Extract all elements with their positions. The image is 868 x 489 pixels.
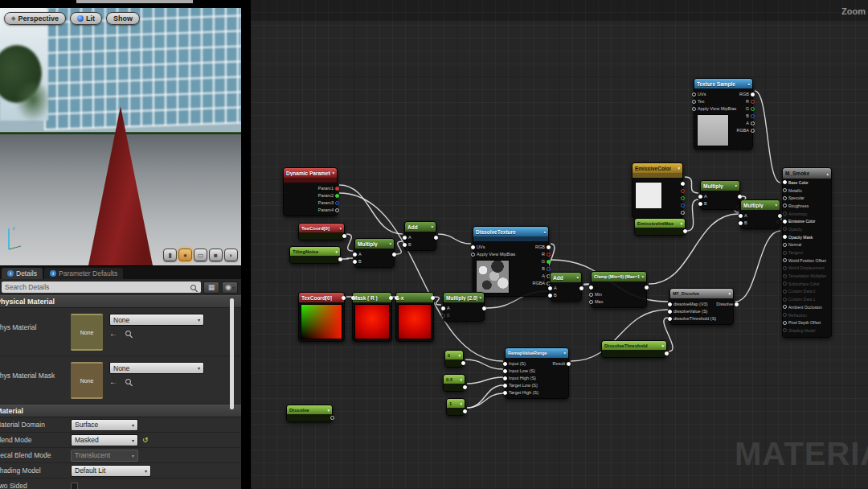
- input-pin[interactable]: [589, 284, 603, 290]
- multiply-1-node[interactable]: Multiply▾AB: [354, 238, 395, 268]
- texcoord-0-b-header[interactable]: TexCoord[0]▾: [299, 293, 344, 302]
- output-pin[interactable]: [579, 286, 583, 290]
- input-dissolvevalue-s[interactable]: dissolveValue (S): [668, 308, 716, 314]
- output-g[interactable]: G: [532, 258, 551, 265]
- input-pin[interactable]: [589, 293, 593, 297]
- output-pin[interactable]: [681, 203, 685, 208]
- input-target-high-s[interactable]: Target High (S): [503, 389, 538, 396]
- multiply-2-header[interactable]: Multiply (2.0)▾: [444, 293, 484, 302]
- one-minus-x-header[interactable]: 1-x▾: [396, 293, 433, 302]
- material-pin-row-specular[interactable]: Specular: [783, 194, 831, 202]
- texcoord-0-a-header[interactable]: TexCoord[0]▾: [299, 224, 344, 232]
- tiling-noise-node[interactable]: TilingNoise▾: [289, 246, 341, 264]
- output-pin[interactable]: [342, 296, 346, 300]
- input-apply-view-mipbias[interactable]: Apply View MipBias: [692, 105, 736, 112]
- output-pin[interactable]: [482, 306, 486, 310]
- output-pin[interactable]: [776, 212, 782, 219]
- normal-pin[interactable]: [783, 243, 787, 247]
- output-pin[interactable]: [683, 229, 687, 233]
- output-pin[interactable]: [679, 187, 685, 194]
- opacity-mask-pin[interactable]: [783, 235, 787, 239]
- material-pin-row-opacity-mask[interactable]: Opacity Mask: [783, 233, 831, 241]
- mask-r-header[interactable]: Mask ( R )▾: [353, 293, 391, 302]
- input-pin[interactable]: [503, 369, 507, 373]
- material-pin-row-emissive-color[interactable]: Emissive Color: [783, 217, 831, 225]
- output-pin[interactable]: [389, 296, 393, 300]
- dissolve-texture-node[interactable]: DissolveTexture▴UVsApply View MipBiasRGB…: [473, 226, 549, 297]
- input-pin[interactable]: [403, 236, 407, 240]
- output-r[interactable]: R: [532, 251, 551, 257]
- input-pin[interactable]: [503, 376, 507, 380]
- input-max[interactable]: Max: [589, 298, 603, 305]
- input-pin[interactable]: [698, 195, 702, 199]
- output-pin[interactable]: [665, 351, 669, 355]
- output-pin[interactable]: [547, 260, 551, 264]
- input-pin[interactable]: [668, 302, 672, 306]
- add-2-node[interactable]: Add▾AB: [550, 272, 582, 302]
- emissive-color-pin[interactable]: [783, 220, 787, 224]
- clamp-node[interactable]: Clamp (Min=0) (Max=1)▾MinMax: [591, 271, 647, 308]
- mask-r-node[interactable]: Mask ( R )▾: [352, 292, 392, 342]
- output-pin[interactable]: [578, 285, 583, 291]
- dissolve-texture-header[interactable]: DissolveTexture▴: [473, 227, 548, 236]
- output-pin[interactable]: [461, 361, 465, 365]
- material-pin-row-normal[interactable]: Normal: [783, 241, 831, 249]
- texcoord-0-a-node[interactable]: TexCoord[0]▾: [298, 223, 345, 240]
- output-pin[interactable]: [463, 409, 467, 413]
- m-smoke-node[interactable]: M_Smoke▴Base ColorMetallicSpecularRoughn…: [782, 167, 832, 338]
- material-pin-row-base-color[interactable]: Base Color: [783, 179, 831, 187]
- emissive-intmax-node[interactable]: EmissiveIntMax▾: [634, 218, 686, 236]
- output-pin[interactable]: [751, 100, 755, 104]
- add-2-header[interactable]: Add▾: [551, 273, 581, 282]
- const-0-5-node[interactable]: 0.5▾: [443, 374, 465, 392]
- add-1-header[interactable]: Add▾: [405, 222, 436, 232]
- tiling-noise-header[interactable]: TilingNoise▾: [290, 247, 340, 256]
- output-pin[interactable]: [751, 129, 755, 133]
- m-smoke-header[interactable]: M_Smoke▴: [783, 168, 831, 179]
- output-pin[interactable]: [679, 180, 685, 187]
- output-b[interactable]: B: [532, 265, 551, 272]
- metallic-pin[interactable]: [783, 188, 787, 192]
- output-pin[interactable]: [335, 201, 339, 205]
- dissolve-param-node[interactable]: Dissolve▾: [286, 405, 333, 422]
- output-pin[interactable]: [735, 302, 739, 306]
- output-pin[interactable]: [645, 286, 649, 290]
- input-pin[interactable]: [503, 384, 507, 388]
- input-pin[interactable]: [692, 92, 696, 97]
- dissolve-threshold-node[interactable]: DissolveThreshold▾: [601, 340, 667, 358]
- input-pin[interactable]: [548, 286, 552, 290]
- material-pin-row-roughness[interactable]: Roughness: [783, 202, 831, 210]
- input-pin[interactable]: [353, 253, 357, 257]
- output-pin[interactable]: [679, 209, 685, 216]
- input-b[interactable]: B: [698, 200, 707, 207]
- output-pin[interactable]: [463, 385, 467, 389]
- input-pin[interactable]: [589, 300, 593, 304]
- const-0-5-header[interactable]: 0.5▾: [444, 375, 465, 384]
- input-pin[interactable]: [692, 100, 696, 104]
- output-pin[interactable]: [342, 234, 346, 238]
- output-pin[interactable]: [335, 194, 339, 198]
- output-pin[interactable]: [338, 257, 342, 261]
- input-a[interactable]: A: [403, 234, 411, 240]
- output-g[interactable]: G: [736, 105, 755, 112]
- input-a[interactable]: A: [353, 251, 362, 257]
- const-0-node[interactable]: 0▾: [444, 350, 464, 368]
- output-pin[interactable]: [434, 236, 438, 240]
- output-pin[interactable]: [681, 196, 685, 200]
- mf-dissolve-header[interactable]: MF_Dissolve▾: [670, 289, 733, 298]
- output-pin[interactable]: [567, 362, 571, 366]
- output-b[interactable]: B: [736, 113, 755, 119]
- output-pin[interactable]: [335, 208, 339, 212]
- input-b[interactable]: B: [441, 312, 450, 318]
- output-param2[interactable]: Param2: [318, 192, 339, 199]
- material-pin-row-metallic[interactable]: Metallic: [783, 187, 831, 195]
- mf-dissolve-node[interactable]: MF_Dissolve▾dissolveMap (V3)dissolveValu…: [669, 288, 734, 325]
- output-rgb[interactable]: RGB: [532, 244, 551, 250]
- output-param4[interactable]: Param4: [318, 207, 339, 213]
- input-tex[interactable]: Tex: [692, 98, 736, 105]
- output-rgba[interactable]: RGBA: [736, 127, 755, 134]
- input-pin[interactable]: [739, 221, 743, 225]
- input-pin[interactable]: [698, 202, 702, 206]
- output-param1[interactable]: Param1: [318, 185, 339, 191]
- multiply-4-header[interactable]: Multiply▾: [741, 200, 780, 210]
